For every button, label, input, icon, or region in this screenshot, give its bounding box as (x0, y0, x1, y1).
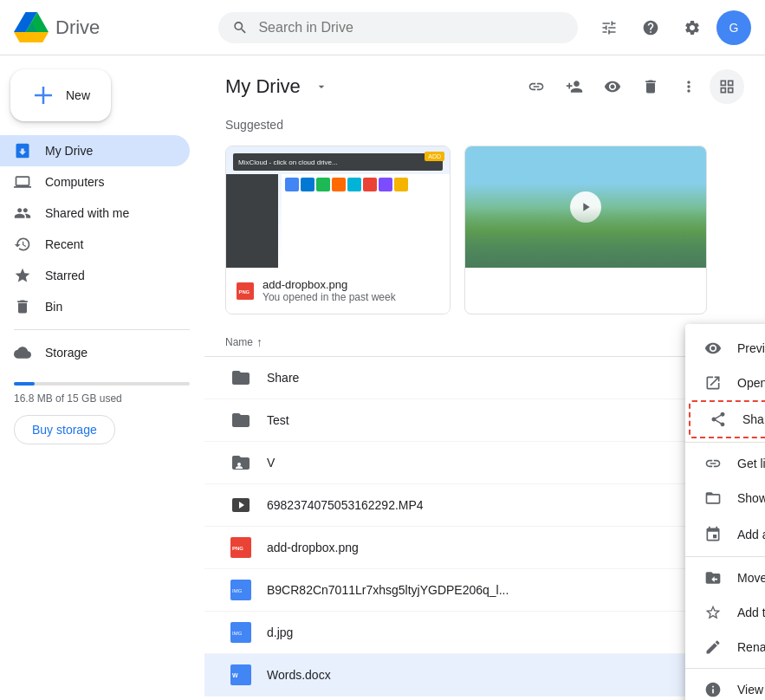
folder-icon-test (225, 405, 256, 436)
folder-outline-icon (703, 489, 723, 507)
sidebar-item-my-drive[interactable]: My Drive (0, 135, 190, 166)
menu-add-shortcut-label: Add a shortcut to Drive (737, 528, 765, 541)
sidebar-item-shared[interactable]: Shared with me (0, 198, 190, 229)
menu-item-share[interactable]: Share (689, 400, 765, 438)
menu-item-add-shortcut[interactable]: Add a shortcut to Drive (685, 515, 765, 553)
svg-text:W: W (232, 672, 238, 678)
menu-item-show-location[interactable]: Show file location (685, 481, 765, 515)
file-row-dropbox-png[interactable]: PNG add-dropbox.png (204, 527, 765, 569)
new-button[interactable]: New (10, 69, 111, 121)
share-icon (708, 411, 729, 428)
menu-item-open-with[interactable]: Open with › (685, 366, 765, 400)
sidebar-item-computers[interactable]: Computers (0, 166, 190, 198)
top-bar: Drive G (0, 0, 765, 55)
doc-icon-words: W (225, 659, 256, 690)
menu-move-to-label: Move to (737, 571, 765, 585)
file-name-share: Share (267, 371, 744, 385)
sidebar-storage-label: Storage (45, 346, 88, 360)
video-thumb (465, 146, 706, 268)
sidebar-recent-label: Recent (45, 237, 83, 251)
card-filename-1: add-dropbox.png (263, 278, 439, 291)
link-icon (703, 455, 723, 472)
file-name-dropbox-png: add-dropbox.png (267, 541, 722, 554)
video-icon-mp4 (225, 489, 256, 521)
card-thumb-2 (465, 146, 706, 268)
svg-text:PNG: PNG (232, 546, 243, 551)
file-row-words[interactable]: W Words.docx (204, 654, 765, 697)
pencil-icon (703, 638, 723, 656)
new-label: New (66, 88, 90, 102)
sidebar-item-starred[interactable]: Starred (0, 260, 190, 291)
copy-link-button[interactable] (519, 69, 554, 104)
file-name-v: V (267, 456, 744, 470)
menu-open-with-label: Open with (737, 376, 765, 390)
menu-item-rename[interactable]: Rename (685, 630, 765, 664)
sidebar-item-bin[interactable]: Bin (0, 291, 190, 322)
storage-bar-bg (14, 382, 190, 386)
menu-item-view-details[interactable]: View details (685, 672, 765, 700)
search-input[interactable] (258, 20, 564, 36)
suggested-card-1[interactable]: MixCloud - click on cloud drive... (225, 146, 451, 314)
sidebar-shared-label: Shared with me (45, 206, 129, 220)
svg-text:PNG: PNG (239, 289, 250, 295)
sidebar-item-storage[interactable]: Storage (0, 337, 190, 368)
more-button[interactable] (671, 69, 706, 104)
file-row-share[interactable]: Share (204, 357, 765, 399)
svg-point-4 (237, 463, 241, 466)
file-row-v[interactable]: V (204, 442, 765, 484)
app-title: Drive (55, 16, 100, 39)
menu-item-preview[interactable]: Preview (685, 331, 765, 366)
suggested-card-2[interactable] (464, 146, 707, 314)
drive-dropdown-button[interactable] (308, 73, 335, 100)
drive-header-icons (519, 69, 744, 104)
add-person-button[interactable] (557, 69, 592, 104)
shortcut-icon (703, 526, 723, 543)
top-bar-right: G (592, 10, 751, 45)
menu-item-add-starred[interactable]: Add to Starred (685, 595, 765, 630)
trash-icon (14, 298, 31, 315)
sidebar-item-recent[interactable]: Recent (0, 229, 190, 260)
file-row-djpg[interactable]: IMG d.jpg (204, 612, 765, 654)
file-name-b9cr: B9CR82Cn7011Lr7xhsg5ltyjYGDPE206q_l... (267, 583, 744, 597)
file-name-djpg: d.jpg (267, 625, 744, 639)
menu-item-get-link[interactable]: Get link (685, 446, 765, 481)
settings-button[interactable] (675, 10, 710, 45)
context-menu: Preview Open with › Share (685, 324, 765, 700)
file-name-words: Words.docx (267, 668, 744, 682)
search-bar[interactable] (218, 12, 578, 43)
menu-divider-2 (685, 556, 765, 557)
cloud-icon (14, 344, 31, 361)
menu-show-location-label: Show file location (737, 491, 765, 505)
star-outline-icon (703, 604, 723, 621)
buy-storage-button[interactable]: Buy storage (14, 415, 115, 444)
filter-button[interactable] (592, 10, 626, 45)
avatar[interactable]: G (716, 10, 751, 45)
preview-button[interactable] (595, 69, 630, 104)
file-row-mp4[interactable]: 6982374075053162292.MP4 (204, 484, 765, 527)
plus-icon (31, 83, 55, 107)
menu-item-move-to[interactable]: Move to (685, 561, 765, 595)
sidebar-starred-label: Starred (45, 269, 85, 282)
file-row-b9cr[interactable]: IMG B9CR82Cn7011Lr7xhsg5ltyjYGDPE206q_l.… (204, 569, 765, 612)
drive-title: My Drive (225, 75, 301, 98)
menu-divider-1 (685, 442, 765, 443)
grid-view-button[interactable] (710, 69, 744, 104)
sort-name-column[interactable]: Name ↑ (225, 335, 744, 349)
image-icon-dropbox: PNG (225, 532, 256, 563)
menu-preview-label: Preview (737, 341, 765, 355)
delete-button[interactable] (633, 69, 668, 104)
clock-icon (14, 236, 31, 253)
storage-section: 16.8 MB of 15 GB used Buy storage (0, 368, 204, 458)
storage-bar-fill (14, 382, 35, 386)
screenshot-preview: MixCloud - click on cloud drive... (226, 146, 450, 268)
menu-rename-label: Rename (737, 640, 765, 654)
sidebar-computers-label: Computers (45, 175, 104, 189)
menu-divider-3 (685, 668, 765, 669)
help-button[interactable] (633, 10, 668, 45)
logo-area: Drive (14, 12, 204, 43)
open-with-icon (703, 374, 723, 392)
move-icon (703, 569, 723, 587)
my-drive-icon (14, 142, 31, 159)
image-icon-b9cr: IMG (225, 574, 256, 606)
file-row-test[interactable]: Test (204, 399, 765, 442)
